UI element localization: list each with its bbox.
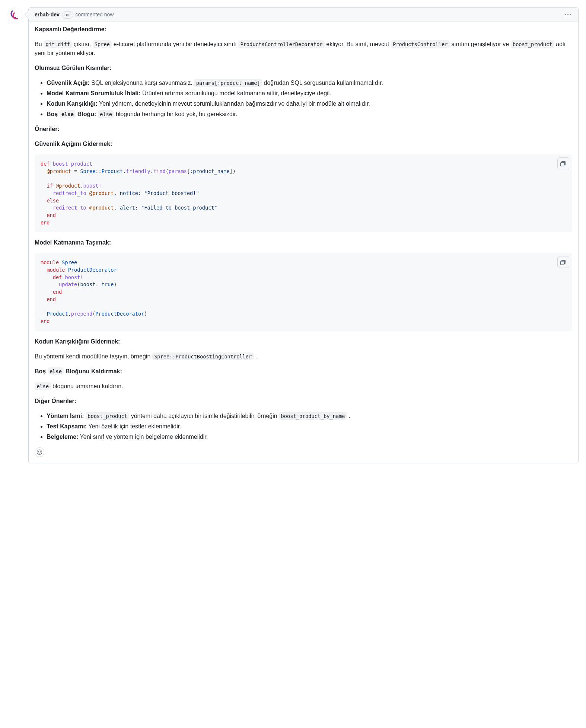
heading-fix-mess: Kodun Karışıklığını Gidermek: (35, 338, 120, 345)
heading-suggestions: Öneriler: (35, 126, 60, 132)
intro-paragraph: Bu git diff çıktısı, Spree e-ticaret pla… (35, 40, 572, 58)
comment-body: Kapsamlı Değerlendirme: Bu git diff çıkt… (29, 22, 578, 463)
copy-icon (560, 160, 566, 166)
svg-point-3 (40, 451, 41, 452)
list-item: Yöntem İsmi: boost_product yöntemi daha … (47, 412, 572, 421)
copy-icon (560, 259, 566, 265)
other-suggestions-list: Yöntem İsmi: boost_product yöntemi daha … (35, 412, 572, 441)
list-item: Boş else Bloğu: else bloğunda herhangi b… (47, 110, 572, 119)
more-actions-button[interactable] (564, 13, 572, 17)
smiley-icon (36, 449, 42, 455)
list-item: Güvenlik Açığı: SQL enjeksiyonuna karşı … (47, 79, 572, 87)
negatives-list: Güvenlik Açığı: SQL enjeksiyonuna karşı … (35, 79, 572, 119)
comment-container: erbab-dev bot commented now Kapsamlı Değ… (7, 7, 579, 463)
code-decorator: ProductsControllerDecorator (238, 40, 325, 48)
heading-negatives: Olumsuz Görülen Kısımlar: (35, 65, 111, 71)
heading-move-model: Model Katmanına Taşımak: (35, 239, 111, 246)
code-content: module Spree module ProductDecorator def… (35, 253, 572, 331)
remove-else-paragraph: else bloğunu tamamen kaldırın. (35, 382, 572, 391)
code-boost-product: boost_product (511, 40, 554, 48)
list-item: Test Kapsamı: Yeni özellik için testler … (47, 422, 572, 431)
list-item: Kodun Karışıklığı: Yeni yöntem, denetley… (47, 99, 572, 108)
heading-remove-else: Boş else Bloğunu Kaldırmak: (35, 368, 122, 374)
svg-point-0 (9, 9, 21, 21)
comment-author[interactable]: erbab-dev (35, 11, 60, 19)
avatar[interactable] (7, 7, 22, 22)
kebab-icon (565, 14, 571, 15)
add-reaction-button[interactable] (35, 447, 44, 457)
heading-other: Diğer Öneriler: (35, 398, 76, 404)
heading-fix-security: Güvenlik Açığını Gidermek: (35, 141, 112, 147)
avatar-icon (9, 9, 21, 21)
comment-header: erbab-dev bot commented now (29, 8, 578, 22)
code-git-diff: git diff (44, 40, 72, 48)
fix-mess-paragraph: Bu yöntemi kendi modülüne taşıyın, örneğ… (35, 352, 572, 361)
code-content: def boost_product @product = Spree::Prod… (35, 154, 572, 232)
heading-overall: Kapsamlı Değerlendirme: (35, 26, 106, 32)
copy-button[interactable] (557, 256, 569, 268)
svg-point-1 (37, 450, 42, 454)
list-item: Belgeleme: Yeni sınıf ve yöntem için bel… (47, 432, 572, 441)
list-item: Model Katmanı Sorumluluk İhlali: Ürünler… (47, 89, 572, 98)
copy-button[interactable] (557, 157, 569, 169)
bot-badge: bot (62, 11, 73, 19)
comment-timestamp[interactable]: commented now (76, 11, 114, 19)
comment-box: erbab-dev bot commented now Kapsamlı Değ… (28, 7, 579, 463)
code-block-model: module Spree module ProductDecorator def… (35, 253, 572, 331)
code-block-security: def boost_product @product = Spree::Prod… (35, 154, 572, 232)
code-spree: Spree (93, 40, 112, 48)
code-controller: ProductsController (391, 40, 450, 48)
svg-point-2 (38, 451, 39, 452)
